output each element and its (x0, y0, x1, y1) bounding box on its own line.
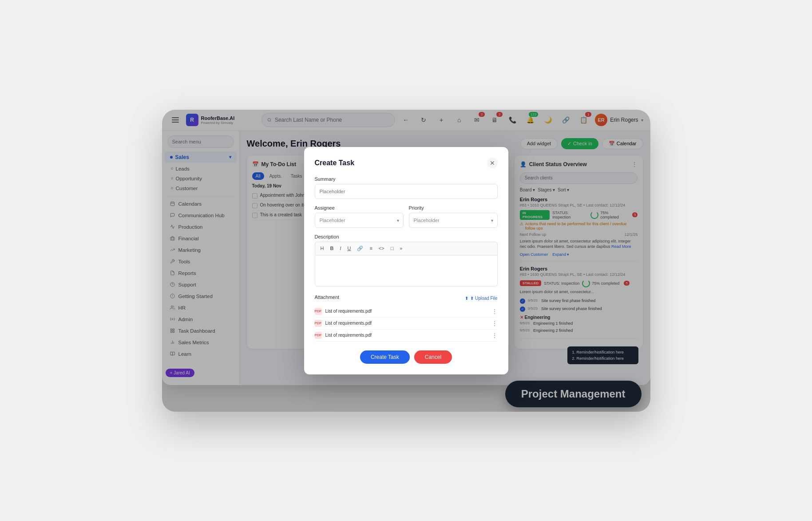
attachment-2: PDF List of requirements.pdf ⋮ (315, 318, 498, 330)
file-icon-1: PDF (315, 308, 322, 315)
toolbar-underline[interactable]: U (345, 245, 353, 252)
upload-icon: ⬆ (465, 296, 468, 301)
attachment-label: Attachment (315, 294, 340, 300)
toolbar-block[interactable]: □ (389, 245, 396, 252)
assignee-select[interactable]: Placeholder (315, 213, 404, 228)
attachment-group: Attachment ⬆ ⬆ Upload File PDF List of r… (315, 294, 498, 342)
attachment-header: Attachment ⬆ ⬆ Upload File (315, 294, 498, 302)
cancel-button[interactable]: Cancel (414, 350, 452, 364)
toolbar-h[interactable]: H (319, 245, 326, 252)
priority-label: Priority (409, 205, 498, 211)
toolbar-list[interactable]: ≡ (368, 245, 374, 252)
modal-footer: Create Task Cancel (315, 350, 498, 364)
create-task-modal: Create Task ✕ Summary Assignee Placehold… (304, 147, 508, 374)
assignee-group: Assignee Placeholder (315, 205, 404, 228)
description-textarea[interactable] (315, 255, 498, 286)
file-menu-3[interactable]: ⋮ (491, 332, 498, 339)
description-group: Description H B I U 🔗 ≡ <> □ » (315, 234, 498, 288)
file-name-1: List of requirements.pdf (325, 309, 488, 314)
modal-header: Create Task ✕ (315, 158, 498, 168)
assignee-priority-row: Assignee Placeholder Priority Placeholde… (315, 205, 498, 234)
toolbar-link[interactable]: 🔗 (355, 245, 365, 252)
file-menu-2[interactable]: ⋮ (491, 320, 498, 327)
create-task-button[interactable]: Create Task (360, 350, 410, 364)
file-icon-2: PDF (315, 320, 322, 327)
priority-select-wrapper: Placeholder (409, 213, 498, 228)
summary-label: Summary (315, 176, 498, 182)
toolbar-code[interactable]: <> (377, 245, 386, 252)
toolbar-more[interactable]: » (398, 245, 404, 252)
priority-group: Priority Placeholder (409, 205, 498, 228)
file-menu-1[interactable]: ⋮ (491, 308, 498, 315)
assignee-label: Assignee (315, 205, 404, 211)
file-name-2: List of requirements.pdf (325, 321, 488, 326)
description-label: Description (315, 234, 498, 239)
attachment-3: PDF List of requirements.pdf ⋮ (315, 330, 498, 342)
toolbar-italic[interactable]: I (338, 245, 343, 252)
rich-text-toolbar: H B I U 🔗 ≡ <> □ » (315, 242, 498, 255)
file-icon-3: PDF (315, 332, 322, 339)
summary-input[interactable] (315, 184, 498, 199)
attachment-1: PDF List of requirements.pdf ⋮ (315, 306, 498, 318)
file-name-3: List of requirements.pdf (325, 333, 488, 338)
modal-close-button[interactable]: ✕ (487, 158, 498, 168)
summary-group: Summary (315, 176, 498, 199)
priority-select[interactable]: Placeholder (409, 213, 498, 228)
upload-file-button[interactable]: ⬆ ⬆ Upload File (465, 296, 497, 301)
assignee-select-wrapper: Placeholder (315, 213, 404, 228)
modal-title: Create Task (315, 159, 355, 167)
toolbar-bold[interactable]: B (328, 245, 335, 252)
modal-overlay: Create Task ✕ Summary Assignee Placehold… (162, 110, 650, 412)
